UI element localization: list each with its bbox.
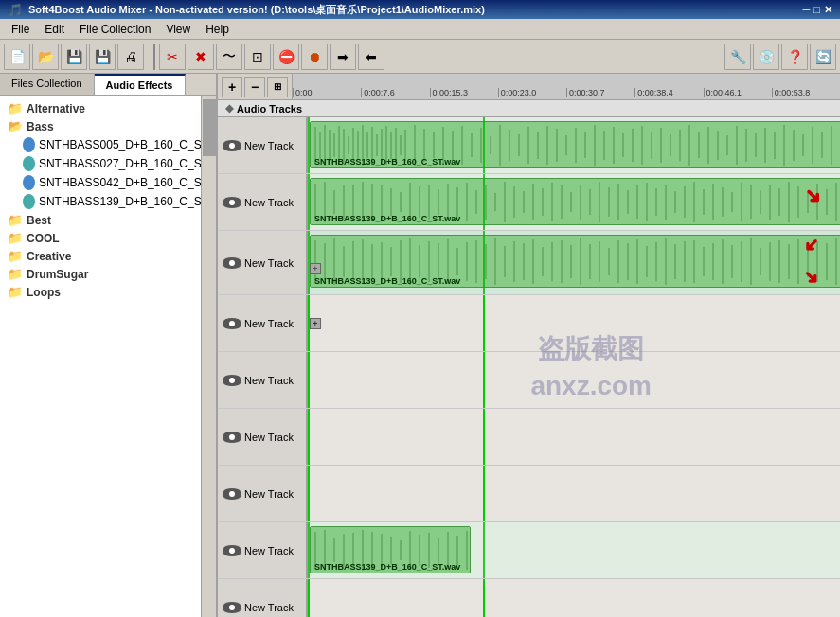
zoom-in-btn[interactable]: + xyxy=(222,77,242,97)
tree-item-snthbass042[interactable]: SNTHBASS042_D+B_160_C_ST xyxy=(0,173,216,192)
zoom-fit-btn[interactable]: ⊞ xyxy=(267,77,288,97)
close-btn[interactable]: ✕ xyxy=(824,4,832,16)
menu-help[interactable]: Help xyxy=(198,21,237,38)
tree-item-snthbass027[interactable]: SNTHBASS027_D+B_160_C_ST xyxy=(0,154,216,173)
folder-icon: 📁 xyxy=(8,249,23,263)
stop-btn[interactable]: ⛔ xyxy=(273,44,299,70)
ruler-461: 0:00:46.1 xyxy=(704,88,772,97)
open-btn[interactable]: 📂 xyxy=(32,44,59,70)
track-content[interactable]: + xyxy=(308,295,840,351)
tree-item-drumsugar[interactable]: 📁 DrumSugar xyxy=(0,265,216,283)
main-area: Files Collection Audio Effects 📁 Alterna… xyxy=(0,74,840,617)
menubar: File Edit File Collection View Help xyxy=(0,19,840,40)
tree-label: DrumSugar xyxy=(27,268,88,281)
tree-item-loops[interactable]: 📁 Loops xyxy=(0,283,216,301)
backward-btn[interactable]: ⬅ xyxy=(358,44,384,70)
tree-item-best[interactable]: 📁 Best xyxy=(0,211,216,229)
zoom-out-btn[interactable]: − xyxy=(244,77,265,97)
cd-btn[interactable]: 💿 xyxy=(753,44,779,70)
refresh-btn[interactable]: 🔄 xyxy=(810,44,836,70)
track-name: New Track xyxy=(244,432,294,443)
tree-item-bass[interactable]: 📂 Bass xyxy=(0,117,216,135)
tab-files-collection[interactable]: Files Collection xyxy=(0,74,95,95)
folder-icon: 📁 xyxy=(8,213,23,227)
tab-audio-effects[interactable]: Audio Effects xyxy=(95,74,186,95)
track-name: New Track xyxy=(244,545,294,556)
scrollbar-track[interactable] xyxy=(201,96,216,617)
audio-filename: SNTHBASS139_D+B_160_C_ST.wav xyxy=(314,562,460,572)
eye-icon[interactable] xyxy=(223,375,241,386)
audio-block[interactable]: SNTHBASS139_D+B_160_C_ST.wav xyxy=(310,178,840,225)
save-btn[interactable]: 💾 xyxy=(61,44,87,70)
ruler-538: 0:00:53.8 xyxy=(772,88,840,97)
track-row: New Track + xyxy=(218,295,840,352)
file-icon xyxy=(23,175,35,190)
save-as-btn[interactable]: 💾 xyxy=(89,44,116,70)
track-content[interactable] xyxy=(308,352,840,408)
add-icon[interactable]: + xyxy=(310,318,321,329)
folder-icon: 📁 xyxy=(8,231,23,245)
tree-item-creative[interactable]: 📁 Creative xyxy=(0,247,216,265)
audio-block[interactable]: SNTHBASS139_D+B_160_C_ST.wav xyxy=(310,526,471,573)
tree-label: Bass xyxy=(27,120,54,133)
track-content[interactable]: SNTHBASS139_D+B_160_C_ST.wav xyxy=(308,117,840,173)
tree-item-cool[interactable]: 📁 COOL xyxy=(0,229,216,247)
audio-block[interactable]: SNTHBASS139_D+B_160_C_ST.wav xyxy=(310,235,840,288)
record-btn[interactable]: ⏺ xyxy=(301,44,328,70)
help-btn[interactable]: ❓ xyxy=(781,44,808,70)
menu-edit[interactable]: Edit xyxy=(37,21,72,38)
eye-icon[interactable] xyxy=(223,318,241,329)
eye-icon[interactable] xyxy=(223,140,241,151)
menu-file[interactable]: File xyxy=(4,21,37,38)
tab-bar: Files Collection Audio Effects xyxy=(0,74,216,96)
audio-block[interactable]: SNTHBASS139_D+B_160_C_ST.wav xyxy=(310,121,840,168)
track-row: New Track xyxy=(218,231,840,295)
ruler-76: 0:00:7.6 xyxy=(361,88,429,97)
audio-tracks-label: ◆ Audio Tracks xyxy=(218,100,840,117)
eye-icon[interactable] xyxy=(223,432,241,443)
scrollbar-thumb[interactable] xyxy=(203,99,216,156)
forward-btn[interactable]: ➡ xyxy=(330,44,356,70)
eye-icon[interactable] xyxy=(223,197,241,208)
tree-item-alternative[interactable]: 📁 Alternative xyxy=(0,99,216,117)
track-content[interactable] xyxy=(308,466,840,521)
track-label: New Track xyxy=(218,174,308,230)
tracks-container[interactable]: New Track xyxy=(218,117,840,617)
audio-filename: SNTHBASS139_D+B_160_C_ST.wav xyxy=(314,157,460,167)
tree-item-snthbass005[interactable]: SNTHBASS005_D+B_160_C_ST xyxy=(0,135,216,154)
expand-icon[interactable]: + xyxy=(310,263,321,274)
maximize-btn[interactable]: □ xyxy=(813,4,820,15)
timeline-ruler[interactable]: 0:00 0:00:7.6 0:00:15.3 0:00:23.0 0:00:3… xyxy=(293,74,840,99)
track-row: New Track xyxy=(218,579,840,617)
audio-tracks-text: Audio Tracks xyxy=(237,103,302,115)
track-content[interactable]: SNTHBASS139_D+B_160_C_ST.wav ➜ ➜ + xyxy=(308,231,840,294)
delete-btn[interactable]: ✖ xyxy=(188,44,214,70)
menu-view[interactable]: View xyxy=(158,21,198,38)
track-label: New Track xyxy=(218,231,308,294)
cut-btn[interactable]: ✂ xyxy=(159,44,186,70)
tree-item-snthbass139[interactable]: SNTHBASS139_D+B_160_C_ST xyxy=(0,192,216,211)
eye-icon[interactable] xyxy=(223,488,241,500)
eye-icon[interactable] xyxy=(223,545,241,556)
eye-icon[interactable] xyxy=(223,257,241,269)
track-row: New Track xyxy=(218,352,840,409)
track-name: New Track xyxy=(244,197,294,208)
tree-label: SNTHBASS042_D+B_160_C_ST xyxy=(39,176,208,189)
track-name: New Track xyxy=(244,488,294,500)
new-btn[interactable]: 📄 xyxy=(4,44,30,70)
eye-icon[interactable] xyxy=(223,602,241,613)
left-panel: Files Collection Audio Effects 📁 Alterna… xyxy=(0,74,218,617)
track-content[interactable]: SNTHBASS139_D+B_160_C_ST.wav ➜ xyxy=(308,174,840,230)
wave-btn[interactable]: 〜 xyxy=(216,44,242,70)
track-content[interactable]: SNTHBASS139_D+B_160_C_ST.wav xyxy=(308,522,840,578)
ruler-0: 0:00 xyxy=(293,88,361,97)
minimize-btn[interactable]: ─ xyxy=(803,4,811,15)
box-btn[interactable]: ⊡ xyxy=(244,44,271,70)
menu-file-collection[interactable]: File Collection xyxy=(72,21,158,38)
file-icon xyxy=(23,194,35,209)
print-btn[interactable]: 🖨 xyxy=(117,44,144,70)
settings-btn[interactable]: 🔧 xyxy=(724,44,751,70)
track-content[interactable] xyxy=(308,409,840,465)
track-label: New Track xyxy=(218,579,308,617)
track-content[interactable] xyxy=(308,579,840,617)
